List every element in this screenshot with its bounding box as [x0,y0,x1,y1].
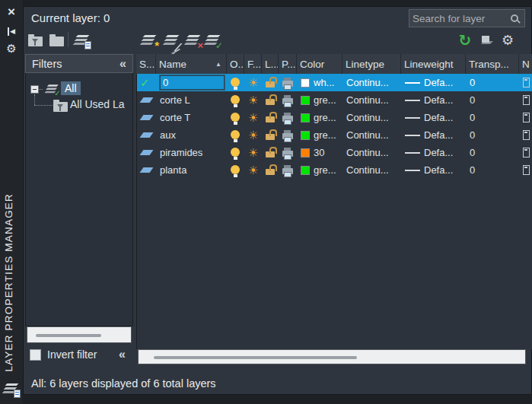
layer-linetype-cell[interactable]: Continu... [343,74,402,91]
layer-freeze-cell[interactable]: ☀ [245,161,263,179]
layer-lock-cell[interactable] [263,109,279,126]
layer-plot-cell[interactable] [279,74,298,91]
layer-freeze-cell[interactable]: ☀ [245,109,263,126]
new-group-filter-button[interactable] [47,32,65,49]
layer-on-cell[interactable] [228,126,245,144]
settings-button[interactable]: ⚙ [499,32,517,49]
column-header-lineweight[interactable]: Lineweight [401,54,466,74]
layer-name-cell[interactable]: corte L [157,91,228,109]
layer-transparency-cell[interactable]: 0 [467,109,520,126]
column-header-freeze[interactable]: F... [244,54,262,74]
layer-transparency-cell[interactable]: 0 [467,74,520,91]
delete-layer-button[interactable]: × [183,32,202,49]
invert-filter-checkbox[interactable] [30,349,41,361]
layer-on-cell[interactable] [228,74,245,91]
layer-name-edit-box[interactable]: 0 [160,75,225,90]
layer-row[interactable]: corte L☀gre...Continu...Defa...0 [137,91,532,109]
column-header-vp[interactable]: N [519,54,532,74]
new-layer-vp-frozen-button[interactable] [162,32,180,49]
layer-status-cell[interactable]: ✓ [137,74,157,91]
layer-plot-cell[interactable] [279,161,298,179]
layer-linetype-cell[interactable]: Continu... [343,144,402,161]
invert-collapse-icon[interactable]: « [119,348,126,361]
filter-item-all[interactable]: All [61,81,81,95]
layer-transparency-cell[interactable]: 0 [467,91,520,109]
filters-horizontal-scrollbar[interactable] [27,326,132,343]
layer-lineweight-cell[interactable]: Defa... [402,126,467,144]
new-layer-button[interactable]: * [139,32,158,49]
layer-freeze-cell[interactable]: ☀ [245,74,263,91]
column-header-transparency[interactable]: Transp... [466,54,519,74]
filters-collapse-icon[interactable]: « [119,57,126,71]
layer-linetype-cell[interactable]: Continu... [343,161,402,179]
layer-status-cell[interactable] [137,161,157,179]
layer-lineweight-cell[interactable]: Defa... [402,91,467,109]
layer-color-cell[interactable]: gre... [298,161,343,179]
layer-color-cell[interactable]: gre... [298,109,343,126]
layer-lock-cell[interactable] [263,144,279,161]
layer-on-cell[interactable] [228,109,245,126]
layer-lock-cell[interactable] [263,74,279,91]
set-current-button[interactable]: ✓ [203,32,221,49]
layer-row[interactable]: ✓0☀wh...Continu...Defa...0 [137,74,532,91]
layer-lineweight-cell[interactable]: Defa... [402,109,467,126]
layer-lock-cell[interactable] [263,91,279,109]
layer-on-cell[interactable] [228,161,245,179]
layer-plot-cell[interactable] [279,144,298,161]
column-header-linetype[interactable]: Linetype [342,54,401,74]
column-header-name[interactable]: Name▲ [156,54,227,74]
column-header-lock[interactable]: L... [262,54,279,74]
layer-lock-cell[interactable] [263,161,279,179]
layer-transparency-cell[interactable]: 0 [467,144,520,161]
layer-name-cell[interactable]: corte T [157,109,228,126]
column-header-color[interactable]: Color [297,54,342,74]
refresh-button[interactable]: ↻ [456,32,474,49]
layer-name-cell[interactable]: piramides [157,144,228,161]
layer-transparency-cell[interactable]: 0 [467,161,520,179]
layer-plot-cell[interactable] [279,91,298,109]
layer-lineweight-cell[interactable]: Defa... [402,74,467,91]
layer-row[interactable]: piramides☀30Continu...Defa...0 [137,144,532,161]
scrollbar-thumb[interactable] [154,356,357,359]
layer-color-cell[interactable]: 30 [298,144,343,161]
layer-vp-freeze-cell[interactable] [520,144,532,161]
layer-color-cell[interactable]: wh... [298,74,343,91]
column-header-status[interactable]: S... [136,54,156,74]
layer-lineweight-cell[interactable]: Defa... [402,161,467,179]
layer-color-cell[interactable]: gre... [298,126,343,144]
layer-row[interactable]: planta☀gre...Continu...Defa...0 [137,161,532,179]
layer-vp-freeze-cell[interactable] [520,74,532,91]
layer-freeze-cell[interactable]: ☀ [245,126,263,144]
layer-status-cell[interactable] [137,109,157,126]
layer-linetype-cell[interactable]: Continu... [343,91,402,109]
layer-status-cell[interactable] [137,144,157,161]
layer-vp-freeze-cell[interactable] [520,109,532,126]
layer-plot-cell[interactable] [279,109,298,126]
layer-name-cell[interactable]: planta [157,161,228,179]
layer-lock-cell[interactable] [263,126,279,144]
layer-linetype-cell[interactable]: Continu... [343,126,402,144]
search-input[interactable] [409,13,511,24]
close-icon[interactable]: × [0,5,23,20]
column-header-on[interactable]: O.. [227,54,244,74]
layer-status-cell[interactable] [137,91,157,109]
layer-plot-cell[interactable] [279,126,298,144]
layer-row[interactable]: corte T☀gre...Continu...Defa...0 [137,109,532,126]
table-horizontal-scrollbar[interactable] [138,349,526,364]
layer-freeze-cell[interactable]: ☀ [245,91,263,109]
tree-expander-icon[interactable] [30,85,39,94]
layer-transparency-cell[interactable]: 0 [467,126,520,144]
layer-name-cell[interactable]: aux [157,126,228,144]
new-property-filter-button[interactable] [26,32,44,49]
layer-status-cell[interactable] [137,126,157,144]
layer-settings-sheet-button[interactable] [477,32,495,49]
layer-color-cell[interactable]: gre... [298,91,343,109]
auto-hide-icon[interactable]: ◀ [0,25,23,37]
scrollbar-thumb[interactable] [36,334,101,337]
layer-on-cell[interactable] [228,144,245,161]
layer-freeze-cell[interactable]: ☀ [245,144,263,161]
layer-lineweight-cell[interactable]: Defa... [402,144,467,161]
layer-vp-freeze-cell[interactable] [520,126,532,144]
layer-on-cell[interactable] [228,91,245,109]
layer-name-cell[interactable]: 0 [157,74,228,91]
